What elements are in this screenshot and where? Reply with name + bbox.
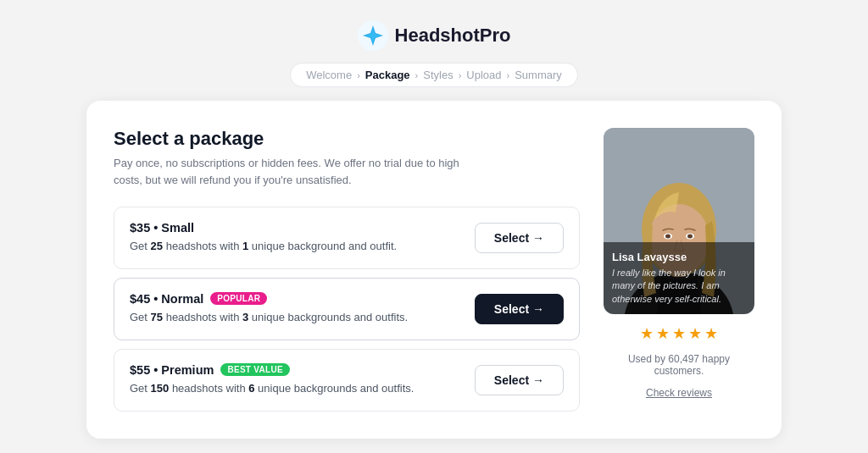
main-card: Select a package Pay once, no subscripti… [86, 101, 782, 439]
breadcrumb-item-styles[interactable]: Styles [423, 69, 453, 81]
svg-point-9 [665, 235, 670, 239]
package-title-row-small: $35 • Small [130, 221, 397, 235]
page-subtitle: Pay once, no subscriptions or hidden fee… [114, 155, 470, 188]
package-list: $35 • Small Get 25 headshots with 1 uniq… [114, 207, 580, 412]
testimonial-image-wrap: Lisa Lavaysse I really like the way I lo… [604, 128, 754, 314]
package-name-premium: Premium [161, 363, 214, 377]
select-button-normal[interactable]: Select → [475, 294, 564, 324]
select-button-small[interactable]: Select → [475, 223, 564, 253]
star-1: ★ [640, 324, 654, 343]
breadcrumb-item-upload[interactable]: Upload [466, 69, 501, 81]
star-4: ★ [688, 324, 702, 343]
left-section: Select a package Pay once, no subscripti… [114, 128, 580, 412]
badge-bestvalue: BEST VALUE [220, 363, 290, 376]
package-name-small: Small [161, 221, 194, 235]
badge-popular: POPULAR [210, 292, 267, 305]
breadcrumb-item-summary[interactable]: Summary [515, 69, 562, 81]
check-reviews-link[interactable]: Check reviews [646, 387, 712, 399]
customers-text: Used by 60,497 happy customers. [604, 353, 754, 377]
breadcrumb-sep-3: › [459, 70, 462, 80]
breadcrumb-sep-1: › [357, 70, 360, 80]
breadcrumb-item-package[interactable]: Package [365, 69, 410, 81]
testimonial-overlay: Lisa Lavaysse I really like the way I lo… [604, 242, 754, 314]
star-2: ★ [656, 324, 670, 343]
package-card-normal: $45 • Normal POPULAR Get 75 headshots wi… [114, 278, 580, 340]
breadcrumb: Welcome › Package › Styles › Upload › Su… [290, 63, 578, 87]
logo-icon [358, 20, 388, 51]
star-3: ★ [672, 324, 686, 343]
package-name-normal: Normal [161, 292, 203, 306]
package-info-normal: $45 • Normal POPULAR Get 75 headshots wi… [130, 292, 408, 326]
package-price-name-premium: $55 • Premium [130, 363, 214, 377]
select-button-premium[interactable]: Select → [475, 365, 564, 395]
stars-row: ★ ★ ★ ★ ★ [640, 324, 718, 343]
right-section: Lisa Lavaysse I really like the way I lo… [604, 128, 754, 412]
breadcrumb-sep-2: › [415, 70, 419, 80]
header: HeadshotPro Welcome › Package › Styles ›… [290, 0, 578, 101]
svg-point-10 [687, 235, 693, 239]
logo-text: HeadshotPro [395, 25, 511, 47]
package-desc-premium: Get 150 headshots with 6 unique backgrou… [130, 381, 414, 397]
package-card-small: $35 • Small Get 25 headshots with 1 uniq… [114, 207, 580, 269]
breadcrumb-sep-4: › [507, 70, 510, 80]
package-price-name-small: $35 • Small [130, 221, 194, 235]
star-5: ★ [704, 324, 718, 343]
testimonial-quote: I really like the way I look in many of … [612, 267, 746, 306]
testimonial-name: Lisa Lavaysse [612, 251, 746, 263]
logo: HeadshotPro [358, 20, 511, 51]
package-price-small: $35 [130, 221, 150, 235]
package-title-row-normal: $45 • Normal POPULAR [130, 292, 408, 306]
package-desc-small: Get 25 headshots with 1 unique backgroun… [130, 239, 397, 255]
package-card-premium: $55 • Premium BEST VALUE Get 150 headsho… [114, 349, 580, 412]
page-title: Select a package [114, 128, 580, 150]
breadcrumb-item-welcome[interactable]: Welcome [306, 69, 352, 81]
package-price-normal: $45 [130, 292, 150, 306]
package-info-premium: $55 • Premium BEST VALUE Get 150 headsho… [130, 363, 414, 397]
package-price-name-normal: $45 • Normal [130, 292, 203, 306]
package-price-premium: $55 [130, 363, 150, 377]
package-desc-normal: Get 75 headshots with 3 unique backgroun… [130, 310, 408, 326]
package-info-small: $35 • Small Get 25 headshots with 1 uniq… [130, 221, 397, 255]
package-title-row-premium: $55 • Premium BEST VALUE [130, 363, 414, 377]
